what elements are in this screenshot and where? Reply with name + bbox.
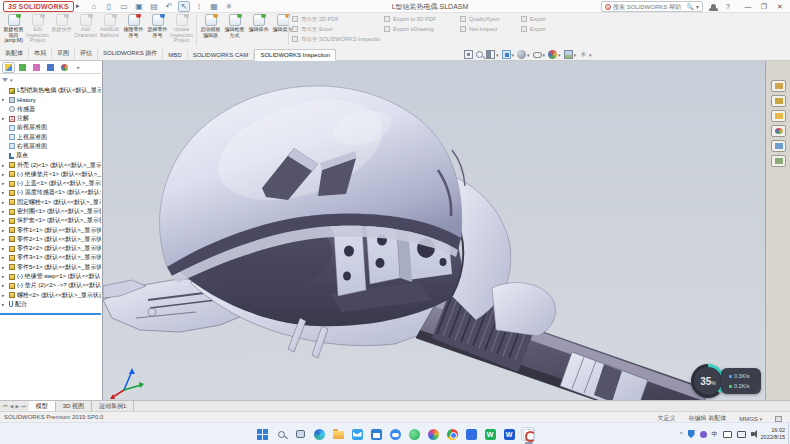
new-snapshot-button[interactable]: 新建快照: [50, 14, 73, 46]
export-3d-pdf-button[interactable]: Export to 3D PDF: [384, 14, 456, 24]
security-shield-icon[interactable]: [688, 430, 695, 438]
tree-item-part[interactable]: ▸(-) 绝缘垫片<1> (默认<<默认>_显: [0, 170, 101, 179]
microsoft-store-icon[interactable]: [369, 427, 383, 441]
file-explorer-taskbar-icon[interactable]: [331, 427, 345, 441]
logo-flyout-icon[interactable]: ▸: [76, 2, 80, 10]
configurationmanager-tab[interactable]: [30, 62, 43, 73]
display-tray-icon[interactable]: [737, 431, 746, 438]
new-inspection-project-button[interactable]: 新建检查项目 (amp;M): [2, 14, 25, 46]
help-search-box[interactable]: S 🔍 ▾: [601, 1, 703, 12]
tree-item-assembly-root[interactable]: L型铠装热电偶 (默认<默认_显示状态-1: [0, 86, 101, 95]
edit-vendors-button[interactable]: 编辑卖方: [271, 14, 294, 46]
edit-inspection-project-button[interactable]: Edit Inspection Project: [26, 14, 49, 46]
tree-item-origin[interactable]: 原点: [0, 151, 101, 160]
export-2d-pdf-button[interactable]: 导出至 2D PDF: [292, 14, 380, 24]
restore-button[interactable]: ❐: [757, 1, 771, 12]
filter-dropdown-icon[interactable]: ▾: [10, 77, 13, 83]
tree-item-history[interactable]: ▸History: [0, 95, 101, 104]
tree-item-top-plane[interactable]: 上视基准面: [0, 132, 101, 141]
tree-item-part[interactable]: ▸(-) 温度传感器<1> (默认<<默认>_: [0, 188, 101, 197]
tree-item-part[interactable]: ▸外壳 (2)<1> (默认<<默认>_显示状: [0, 160, 101, 169]
tab-sketch[interactable]: 草图: [52, 47, 75, 60]
green-app-icon[interactable]: [407, 427, 421, 441]
tree-item-part[interactable]: ▸固定螺栓<1> (默认<<默认>_显示: [0, 198, 101, 207]
blue-book-app-icon[interactable]: [464, 427, 478, 441]
view-settings-icon[interactable]: ✳: [579, 50, 588, 59]
assistant-ball-icon[interactable]: [700, 431, 707, 438]
clock[interactable]: 16:02 2022/8/15: [761, 427, 785, 441]
featuremanager-tree-tab[interactable]: [2, 62, 15, 73]
custom-properties-icon[interactable]: [771, 155, 786, 167]
add-edit-balloons-button[interactable]: Add/Edit Balloons: [98, 14, 121, 46]
panel-tabs-scroll-icon[interactable]: ▸: [72, 62, 85, 73]
search-icon[interactable]: 🔍: [686, 3, 694, 10]
apply-scene-icon[interactable]: [564, 50, 573, 59]
tree-item-part[interactable]: ▸(-) 垫片 (2)<2> ->? (默认<<默认: [0, 281, 101, 290]
appearances-scenes-icon[interactable]: [771, 140, 786, 152]
options-gear-icon[interactable]: ✳: [223, 1, 235, 12]
close-button[interactable]: ✕: [773, 1, 787, 12]
select-balloons-button[interactable]: 选择零件序号: [146, 14, 169, 46]
display-style-icon[interactable]: [517, 50, 526, 59]
tree-item-part[interactable]: ▸零件1<1> (默认<<默认>_显示状态: [0, 225, 101, 234]
units-selector[interactable]: MMGS ▾: [739, 416, 762, 422]
export-clipped-button[interactable]: Export: [521, 24, 555, 34]
first-tab-icon[interactable]: ⏮: [3, 403, 8, 410]
solidworks-resources-icon[interactable]: [771, 80, 786, 92]
tab-mbd[interactable]: MBD: [163, 50, 187, 60]
export-inspection-project-button[interactable]: 导出至 SOLIDWORKS Inspection 项目: [292, 34, 380, 44]
home-icon[interactable]: ⌂: [88, 1, 100, 12]
tree-item-sensors[interactable]: 传感器: [0, 105, 101, 114]
export-excel-button[interactable]: 导出至 Excel: [292, 24, 380, 34]
dimxpertmanager-tab[interactable]: [44, 62, 57, 73]
save-icon[interactable]: ▣: [133, 1, 145, 12]
last-tab-icon[interactable]: ⏭: [21, 403, 26, 410]
export-clipped-button[interactable]: Export: [521, 14, 555, 24]
word-icon[interactable]: W: [502, 427, 516, 441]
tree-filter[interactable]: ▾: [2, 75, 13, 85]
speed-widget[interactable]: 35% 0.3K/s 0.2K/s: [691, 364, 763, 400]
search-dropdown-icon[interactable]: ▾: [696, 3, 699, 10]
displaymanager-tab[interactable]: [58, 62, 71, 73]
section-view-icon[interactable]: [486, 50, 495, 59]
tree-item-part[interactable]: ▸(-) 上盖<1> (默认<<默认>_显示状: [0, 179, 101, 188]
tab-motion-study[interactable]: 运动算例1: [92, 401, 134, 411]
qualityxpert-button[interactable]: QualityXpert: [460, 14, 516, 24]
display-icon[interactable]: ▦: [208, 1, 220, 12]
view-orientation-icon[interactable]: [502, 50, 511, 59]
performance-icon[interactable]: ⁝: [193, 1, 205, 12]
keyboard-icon[interactable]: [723, 431, 732, 438]
tab-model[interactable]: 模型: [29, 401, 56, 411]
tree-item-right-plane[interactable]: 右视基准面: [0, 142, 101, 151]
wps-office-icon[interactable]: W: [483, 427, 497, 441]
edit-inspection-methods-button[interactable]: 编辑检查方式: [223, 14, 246, 46]
tree-item-annotations[interactable]: ▸A注解: [0, 114, 101, 123]
tab-inspection[interactable]: SOLIDWORKS Inspection: [254, 49, 336, 61]
edit-appearance-icon[interactable]: [548, 50, 557, 59]
tab-cam[interactable]: SOLIDWORKS CAM: [188, 50, 255, 60]
update-inspection-project-button[interactable]: Update Inspection Project: [170, 14, 193, 46]
solidworks-taskbar-icon[interactable]: [521, 427, 535, 441]
task-view-icon[interactable]: [293, 427, 307, 441]
hidden-icons-chevron[interactable]: ^: [680, 431, 683, 437]
ime-indicator[interactable]: 中: [712, 430, 718, 439]
launch-template-editor-button[interactable]: 启动模板编辑器: [199, 14, 222, 46]
zoom-to-fit-icon[interactable]: [464, 50, 473, 59]
tab-evaluate[interactable]: 评估: [75, 47, 98, 60]
user-account-icon[interactable]: [706, 1, 720, 12]
tree-item-part[interactable]: ▸(-) 绝缘管.step<1> (默认<<默认: [0, 272, 101, 281]
hide-show-items-icon[interactable]: [533, 52, 542, 58]
export-edrawing-button[interactable]: Export eDrawing: [384, 24, 456, 34]
taskbar-search-icon[interactable]: [274, 427, 288, 441]
tree-item-part[interactable]: ▸保护套<1> (默认<<默认>_显示状: [0, 216, 101, 225]
edge-browser-icon[interactable]: [312, 427, 326, 441]
undo-icon[interactable]: ↶: [163, 1, 175, 12]
select-cursor-icon[interactable]: ↖: [178, 1, 190, 12]
next-tab-icon[interactable]: ▶: [15, 403, 19, 409]
design-library-icon[interactable]: [771, 95, 786, 107]
view-palette-icon[interactable]: [771, 125, 786, 137]
tree-item-part[interactable]: ▸密封圈<1> (默认<<默认>_显示状: [0, 207, 101, 216]
windows-start-icon[interactable]: [255, 427, 269, 441]
status-tag-icon[interactable]: [775, 416, 782, 422]
tree-item-part[interactable]: ▸零件5<1> (默认<<默认>_显示状: [0, 263, 101, 272]
